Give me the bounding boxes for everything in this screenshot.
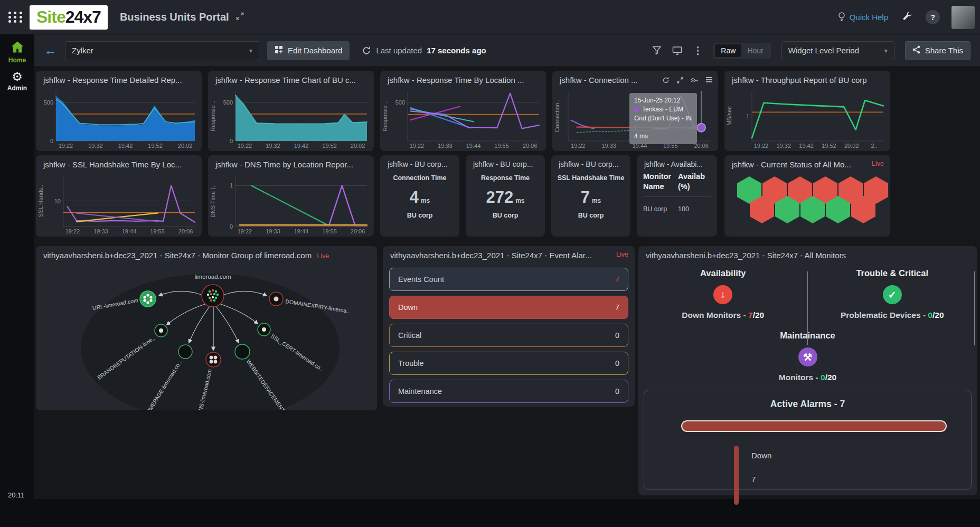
quick-help-label: Quick Help <box>850 13 888 22</box>
chart-svg-dns_loc: 10DNS Time (..19:2219:3319:4419:5520:06 <box>209 172 371 236</box>
site24x7-logo[interactable]: Site24x7 <box>30 5 108 30</box>
last-updated-text: Last updated <box>376 46 422 55</box>
widget-all-monitors: vithyaavharsheni.b+dec23_2021 - Site24x7… <box>638 246 977 495</box>
table-row[interactable]: BU corp 100 <box>643 205 711 213</box>
problematic-devices-line: Problematic Devices - 0/20 <box>808 310 977 320</box>
svg-text:19:55: 19:55 <box>150 228 165 234</box>
down-monitors-line: Down Monitors - 7/20 <box>638 310 808 320</box>
raw-hour-toggle[interactable]: Raw Hour <box>713 43 770 59</box>
event-row-trouble[interactable]: Trouble 0 <box>389 352 628 375</box>
node-homepage[interactable] <box>178 345 192 359</box>
expand-icon[interactable] <box>676 77 684 84</box>
left-sidebar: Home ⚙ Admin 20:11 <box>0 34 34 527</box>
edit-dashboard-button[interactable]: Edit Dashboard <box>267 41 350 60</box>
quick-help-link[interactable]: Quick Help <box>837 12 888 23</box>
node-websitedefacement[interactable] <box>235 344 250 359</box>
svg-text:0: 0 <box>230 223 233 230</box>
node-limeroad-center[interactable] <box>202 285 224 307</box>
help-icon[interactable]: ? <box>926 10 940 24</box>
widget-title: jshfkw - DNS Time by Location Repor... <box>208 155 374 171</box>
widget-hover-icons <box>662 77 713 84</box>
node-ssl-cert[interactable] <box>258 323 270 336</box>
network-topology-map[interactable]: limeroad.com URL-limeroad.com <box>36 263 377 410</box>
node-domainexpiry[interactable] <box>269 292 283 306</box>
svg-text:19:42: 19:42 <box>799 143 814 149</box>
widget-title-row: jshfkw - Current Status of All Mo... Liv… <box>724 155 890 171</box>
refresh-icon[interactable] <box>662 77 670 84</box>
kebab-menu-icon[interactable]: ⋮ <box>693 44 703 57</box>
chart-svg-resp_chart: 5000Response ..19:2219:3219:4219:5220:02 <box>209 87 371 150</box>
toggle-hour[interactable]: Hour <box>741 44 769 57</box>
down-total: /20 <box>753 310 765 319</box>
legend-label: Down <box>751 451 771 460</box>
svg-text:1: 1 <box>746 113 749 119</box>
event-row-maintenance[interactable]: Maintenance 0 <box>389 380 628 403</box>
svg-text:19:22: 19:22 <box>754 143 769 149</box>
svg-text:19:42: 19:42 <box>294 143 309 149</box>
value-number: 4 <box>410 188 419 206</box>
node-brandreputation[interactable] <box>155 324 167 337</box>
event-row-events-count[interactable]: Events Count 7 <box>389 268 628 291</box>
top-bar: Site24x7 Business Units Portal Quick Hel… <box>0 0 980 34</box>
svg-text:20:02: 20:02 <box>178 143 193 149</box>
widget-title: jshfkw - Availabi... <box>637 155 717 171</box>
node-dns[interactable] <box>206 352 221 367</box>
card-value: 7ms <box>551 188 630 207</box>
chart-tooltip: 15-Jun-25 20:12 Tenkasi - EUM Grid (Don'… <box>629 93 697 144</box>
chart-response-time-chart[interactable]: 5000Response ..19:2219:3219:4219:5220:02 <box>209 87 371 150</box>
widget-title: jshfkw - BU corp... <box>466 155 545 171</box>
sidebar-item-home[interactable]: Home <box>0 41 34 64</box>
avatar[interactable] <box>951 6 975 29</box>
table-header-row: Monitor Name Availab (%) <box>643 172 711 197</box>
widget-connection-time-card: jshfkw - BU corp... Connection Time 4ms … <box>380 155 459 237</box>
chart-response-time-by-location[interactable]: 500Response ..19:2219:3319:4419:5520:06 <box>381 87 543 150</box>
edit-dashboard-label: Edit Dashboard <box>288 46 342 55</box>
trend-icon[interactable] <box>691 77 699 84</box>
svg-text:Response ..: Response .. <box>210 100 216 131</box>
availability-cell: 100 <box>678 205 689 213</box>
svg-text:19:44: 19:44 <box>294 228 309 234</box>
widget-dns-time-by-location: jshfkw - DNS Time by Location Repor... 1… <box>208 155 374 237</box>
event-alarm-rows: Events Count 7 Down 7 Critical 0 Trouble… <box>383 262 635 403</box>
problematic-total: /20 <box>932 310 944 319</box>
chart-dns-time[interactable]: 10DNS Time (..19:2219:3319:4419:5520:06 <box>209 172 371 236</box>
wrench-icon[interactable] <box>902 11 913 24</box>
widget-ssl-handshake-by-location: jshfkw - SSL Handshake Time By Loc... 10… <box>36 155 202 237</box>
refresh-icon[interactable] <box>362 46 371 55</box>
back-arrow[interactable]: ← <box>44 44 57 57</box>
widget-title: jshfkw - Throughput Report of BU corp <box>724 71 890 87</box>
chart-response-time-detailed[interactable]: 500019:2219:3219:4219:5220:02 <box>37 87 199 150</box>
active-alarms-bar[interactable] <box>681 420 947 432</box>
widget-title: vithyaavharsheni.b+dec23_2021 - Site24x7… <box>383 246 599 262</box>
fullscreen-icon[interactable] <box>235 12 244 23</box>
node-url[interactable] <box>140 291 156 307</box>
widget-period-select[interactable]: Widget Level Period ▾ <box>781 41 894 60</box>
share-this-button[interactable]: Share This <box>905 41 970 60</box>
svg-text:19:33: 19:33 <box>438 143 453 149</box>
card-label: Response Time <box>466 174 545 182</box>
sidebar-item-admin[interactable]: ⚙ Admin <box>0 71 34 92</box>
svg-text:20:06: 20:06 <box>523 143 538 149</box>
widget-title: jshfkw - SSL Handshake Time By Loc... <box>36 155 202 171</box>
toggle-raw[interactable]: Raw <box>715 44 741 57</box>
filter-icon[interactable] <box>652 46 662 55</box>
event-row-down[interactable]: Down 7 <box>389 296 628 319</box>
active-alarms-panel: Active Alarms - 7 Down 7 <box>644 390 972 490</box>
svg-text:19:42: 19:42 <box>118 143 133 149</box>
chart-throughput[interactable]: 1MB/sec19:2219:3219:4219:5220:022.. <box>725 87 888 150</box>
event-row-label: Events Count <box>398 275 444 284</box>
widget-title-row: vithyaavharsheni.b+dec23_2021 - Site24x7… <box>383 246 635 262</box>
widget-period-value: Widget Level Period <box>788 46 859 55</box>
apps-grid-icon[interactable] <box>8 10 23 25</box>
chart-ssl-handshake[interactable]: 10SSL Hands..19:2219:3319:4419:5520:06 <box>37 172 199 236</box>
legend-text: Down 7 <box>751 446 771 505</box>
dashboard-select[interactable]: Zylker ▾ <box>65 41 259 60</box>
svg-text:19:52: 19:52 <box>148 143 163 149</box>
svg-text:19:44: 19:44 <box>122 228 137 234</box>
card-footer: BU corp <box>466 212 545 219</box>
display-icon[interactable] <box>672 46 682 55</box>
widget-ssl-handshake-card: jshfkw - BU corp... SSL Handshake Time 7… <box>551 155 630 237</box>
tooltip-value: 4 ms <box>634 132 692 141</box>
hamburger-menu-icon[interactable] <box>705 77 713 84</box>
event-row-critical[interactable]: Critical 0 <box>389 324 628 347</box>
